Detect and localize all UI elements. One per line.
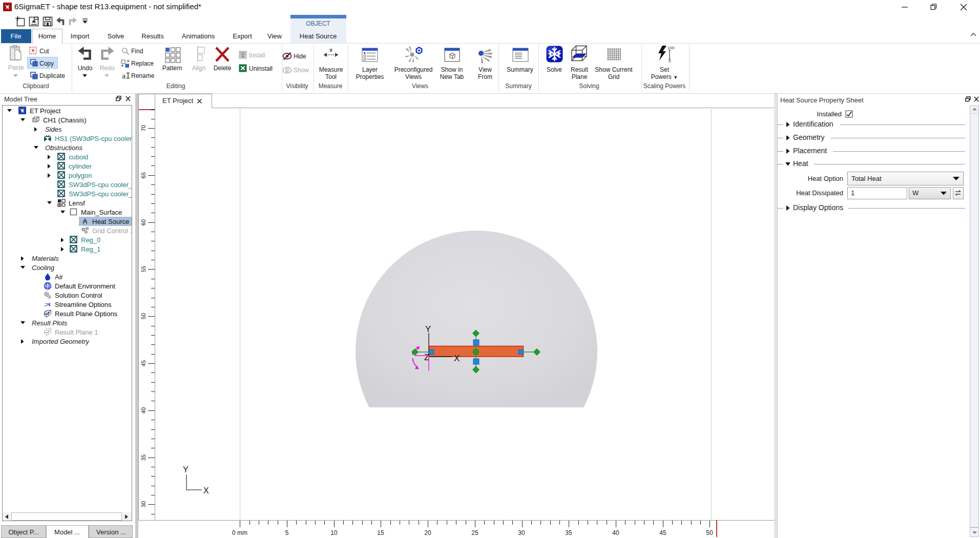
svg-text:0: 0 [669, 59, 671, 64]
svg-text:Y: Y [425, 324, 431, 334]
svg-text:X: X [454, 354, 460, 363]
svg-text:100: 100 [668, 46, 675, 50]
svg-text:Y: Y [183, 465, 189, 474]
svg-text:x: x [329, 47, 333, 53]
svg-text:X: X [203, 486, 209, 495]
